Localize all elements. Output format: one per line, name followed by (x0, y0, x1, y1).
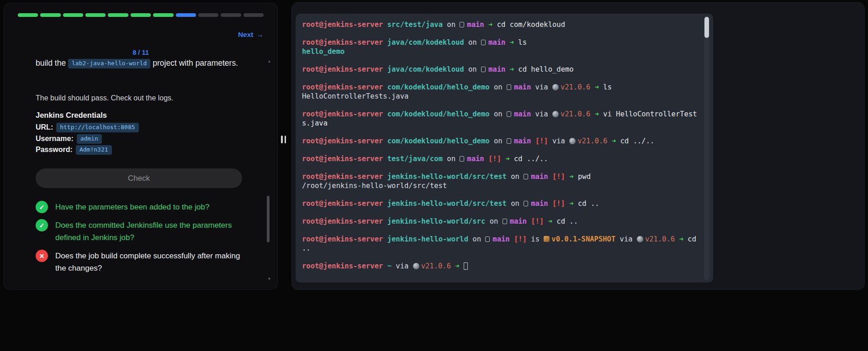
terminal-text-cmd: cd .. (574, 199, 599, 208)
git-branch-icon (485, 236, 490, 242)
terminal-text-path: jenkins-hello-world (387, 235, 468, 243)
terminal-text-path: jenkins-hello-world/src (387, 217, 486, 225)
terminal-block: root@jenkins-server jenkins-hello-world … (302, 235, 699, 253)
resize-handle-bar (285, 136, 286, 143)
terminal-text-plain (383, 65, 387, 73)
terminal-text-user: root@jenkins-server (302, 173, 383, 181)
terminal-line: hello_demo (302, 47, 699, 56)
terminal-text-cmd: ls (599, 83, 612, 91)
progress-segment-10 (221, 13, 241, 17)
scroll-down-icon[interactable]: ▼ (267, 277, 271, 281)
terminal-text-user: root@jenkins-server (302, 38, 383, 47)
terminal-text-path: jenkins-hello-world/src/test (387, 199, 507, 208)
progress-segment-7 (153, 13, 173, 17)
terminal-line: root@jenkins-server jenkins-hello-world/… (302, 199, 699, 208)
progress-bar (18, 13, 264, 17)
terminal-text-branch: main (531, 173, 548, 181)
terminal-text-path: java/com/kodekloud (387, 38, 464, 47)
instructions-panel: Next → 8 / 11 build the lab2-java-hello-… (4, 3, 278, 290)
terminal-block: root@jenkins-server jenkins-hello-world/… (302, 199, 699, 208)
terminal-block: root@jenkins-server src/test/java on mai… (302, 20, 699, 29)
scroll-up-icon[interactable]: ▲ (267, 59, 271, 63)
terminal-text-plain (565, 199, 569, 208)
terminal-text-arrow: ➜ (679, 235, 683, 243)
terminal-text-java: v21.0.6 (561, 83, 590, 91)
terminal-block: root@jenkins-server com/kodekloud/hello_… (302, 110, 699, 128)
terminal-text-plain (501, 155, 505, 163)
terminal-text-err: [!] (552, 199, 565, 208)
checklist-item-text: Does the committed Jenkinsfile use the p… (55, 219, 240, 244)
panel-resize-handle[interactable] (281, 136, 286, 143)
terminal-text-plain (531, 137, 535, 145)
progress-segment-1 (18, 13, 38, 17)
terminal-text-path: src/test/java (387, 21, 443, 29)
git-branch-icon (481, 67, 486, 72)
terminal-line: root@jenkins-server java/com/kodekloud o… (302, 65, 699, 74)
terminal-line: /root/jenkins-hello-world/src/test (302, 181, 699, 190)
terminal-text-user: root@jenkins-server (302, 21, 383, 29)
terminal-text-plain (505, 38, 509, 47)
terminal-panel: root@jenkins-server src/test/java on mai… (291, 2, 865, 290)
credentials-rows: URL:http://localhost:8085Username:adminP… (36, 122, 139, 156)
next-button-label: Next (238, 31, 254, 39)
terminal-text-user: root@jenkins-server (302, 83, 383, 91)
terminal-text-plain (383, 199, 387, 208)
terminal-text-cmd: cd .. (552, 217, 578, 225)
terminal-text-branch: main (514, 110, 531, 118)
terminal-text-branch: main (488, 65, 505, 73)
terminal-text-arrow: ➜ (595, 110, 599, 118)
credential-value-chip: Adm!n321 (76, 145, 112, 155)
terminal-text-plain: via (531, 110, 552, 118)
terminal-text-plain: via (548, 137, 570, 145)
instruction-paragraph: build the lab2-java-hello-world project … (36, 57, 242, 69)
terminal[interactable]: root@jenkins-server src/test/java on mai… (296, 14, 713, 283)
terminal-text-branch: main (531, 199, 548, 208)
progress-segment-9 (198, 13, 218, 17)
terminal-text-plain (548, 173, 552, 181)
terminal-text-arrow: ➜ (595, 83, 599, 91)
java-icon (552, 111, 559, 117)
checklist-item: ✓Have the parameters been added to the j… (36, 201, 240, 213)
terminal-text-out: /root/jenkins-hello-world/src/test (302, 182, 447, 190)
terminal-text-branch: main (467, 21, 484, 29)
terminal-block: root@jenkins-server jenkins-hello-world/… (302, 172, 699, 190)
terminal-text-plain (484, 155, 488, 163)
terminal-line: HelloControllerTests.java (302, 92, 699, 101)
next-button[interactable]: Next → (238, 31, 264, 39)
terminal-text-path: com/kodekloud/hello_demo (387, 137, 490, 145)
terminal-text-plain (383, 21, 387, 29)
terminal-text-plain (383, 217, 387, 225)
terminal-text-path: com/kodekloud/hello_demo (387, 110, 490, 118)
git-branch-icon (503, 219, 507, 224)
instructions-scrollbar-thumb[interactable] (267, 196, 270, 242)
terminal-text-plain (675, 235, 679, 243)
terminal-text-branch: main (510, 217, 527, 225)
terminal-text-cmd: cd ../.. (616, 137, 654, 145)
terminal-text-plain (451, 262, 455, 270)
terminal-scrollbar-thumb[interactable] (704, 17, 709, 38)
check-button[interactable]: Check (36, 168, 242, 188)
terminal-text-plain: on (490, 83, 507, 91)
java-icon (569, 138, 576, 144)
credential-row: Username:admin (36, 133, 139, 145)
terminal-text-plain (383, 262, 387, 270)
terminal-text-path: jenkins-hello-world/src/test (387, 173, 507, 181)
terminal-text-cmd: ls (514, 38, 527, 47)
java-icon (637, 236, 643, 242)
credential-row: URL:http://localhost:8085 (36, 122, 139, 133)
terminal-text-arrow: ➜ (488, 21, 492, 29)
terminal-text-cmd: cd com/kodekloud (492, 21, 565, 29)
terminal-text-branch: main (514, 83, 531, 91)
git-branch-icon (460, 22, 464, 27)
terminal-block: root@jenkins-server test/java/com on mai… (302, 154, 699, 163)
terminal-text-err: [!] (514, 235, 527, 243)
terminal-line: root@jenkins-server jenkins-hello-world/… (302, 217, 699, 226)
terminal-scrollbar[interactable] (704, 16, 709, 280)
terminal-line: root@jenkins-server src/test/java on mai… (302, 20, 699, 29)
terminal-text-plain (505, 65, 509, 73)
project-name-chip: lab2-java-hello-world (68, 59, 150, 68)
terminal-line: root@jenkins-server jenkins-hello-world … (302, 235, 699, 253)
terminal-text-branch: main (514, 137, 531, 145)
git-branch-icon (460, 156, 464, 162)
terminal-text-java: v21.0.6 (645, 235, 675, 243)
